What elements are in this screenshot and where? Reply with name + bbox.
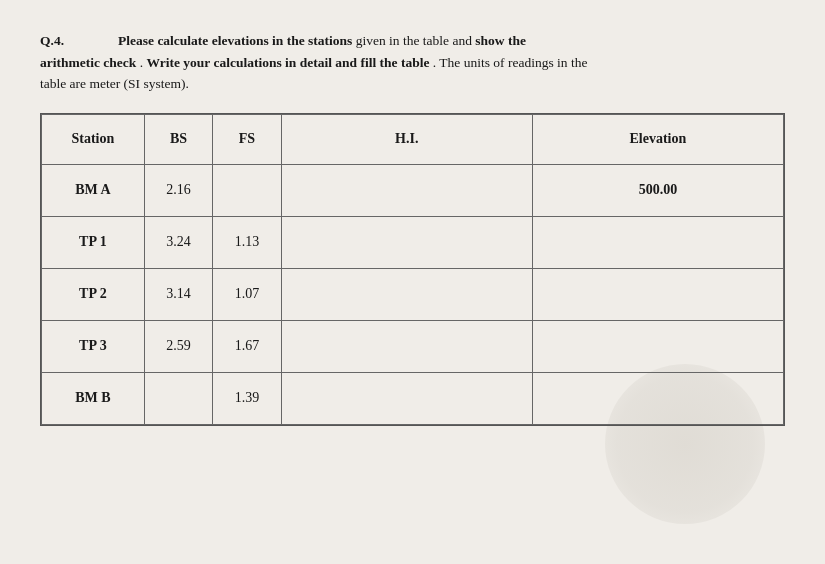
question-text-4: table are meter (SI system). <box>40 76 189 91</box>
table-row: TP 13.241.13 <box>42 216 784 268</box>
cell-hi-2 <box>281 268 532 320</box>
question-block: Q.4. Please calculate elevations in the … <box>40 30 785 95</box>
cell-hi-4 <box>281 372 532 424</box>
cell-station-2: TP 2 <box>42 268 145 320</box>
cell-elevation-0: 500.00 <box>532 164 783 216</box>
question-bold-1: Please calculate elevations in the stati… <box>118 33 352 48</box>
cell-station-4: BM B <box>42 372 145 424</box>
cell-bs-0: 2.16 <box>144 164 212 216</box>
cell-elevation-1 <box>532 216 783 268</box>
table-row: BM B1.39 <box>42 372 784 424</box>
cell-elevation-2 <box>532 268 783 320</box>
cell-bs-3: 2.59 <box>144 320 212 372</box>
cell-fs-3: 1.67 <box>213 320 281 372</box>
cell-bs-4 <box>144 372 212 424</box>
question-text-1: given in the table and <box>356 33 476 48</box>
cell-station-1: TP 1 <box>42 216 145 268</box>
cell-bs-2: 3.14 <box>144 268 212 320</box>
cell-fs-1: 1.13 <box>213 216 281 268</box>
question-bold-4: Write your calculations in detail and fi… <box>146 55 429 70</box>
table-row: BM A2.16500.00 <box>42 164 784 216</box>
header-station: Station <box>42 114 145 164</box>
cell-hi-0 <box>281 164 532 216</box>
question-bold-2: show the <box>475 33 526 48</box>
table-row: TP 32.591.67 <box>42 320 784 372</box>
cell-station-0: BM A <box>42 164 145 216</box>
table-header-row: Station BS FS H.I. Elevation <box>42 114 784 164</box>
header-fs: FS <box>213 114 281 164</box>
header-hi: H.I. <box>281 114 532 164</box>
question-bold-3: arithmetic check <box>40 55 136 70</box>
cell-hi-1 <box>281 216 532 268</box>
header-elevation: Elevation <box>532 114 783 164</box>
cell-fs-0 <box>213 164 281 216</box>
cell-hi-3 <box>281 320 532 372</box>
cell-elevation-4 <box>532 372 783 424</box>
cell-fs-2: 1.07 <box>213 268 281 320</box>
question-text-3: . The units of readings in the <box>433 55 588 70</box>
question-label: Q.4. <box>40 33 64 48</box>
cell-bs-1: 3.24 <box>144 216 212 268</box>
table-row: TP 23.141.07 <box>42 268 784 320</box>
cell-station-3: TP 3 <box>42 320 145 372</box>
header-bs: BS <box>144 114 212 164</box>
cell-elevation-3 <box>532 320 783 372</box>
cell-fs-4: 1.39 <box>213 372 281 424</box>
survey-table: Station BS FS H.I. Elevation BM A2.16500… <box>40 113 785 426</box>
